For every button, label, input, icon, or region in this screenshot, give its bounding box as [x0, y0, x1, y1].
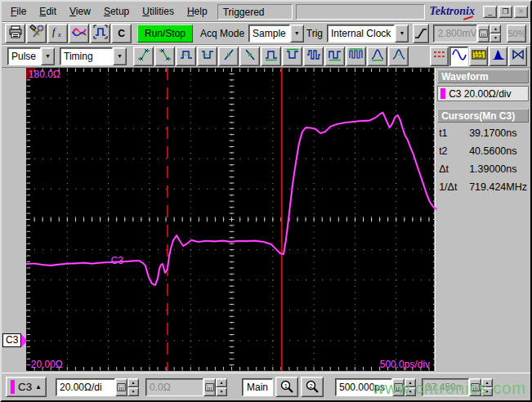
- horizontal-position-value[interactable]: 37.450n: [422, 378, 469, 396]
- channel-color-swatch: [440, 88, 445, 99]
- waveform-style-icon-button[interactable]: [69, 24, 89, 43]
- burst-width-icon-button[interactable]: [303, 47, 324, 66]
- timebase-value[interactable]: 500.000ps: [335, 378, 392, 396]
- menu-help[interactable]: Help: [181, 3, 214, 20]
- svg-text:1: 1: [284, 382, 288, 389]
- restore-button[interactable]: ❐: [498, 6, 512, 18]
- frequency-icon-button[interactable]: [346, 47, 366, 66]
- rise-time-icon-button[interactable]: [133, 47, 154, 66]
- vertical-offset-field[interactable]: 0.0Ω ▲▼: [145, 378, 227, 396]
- spin-down-icon[interactable]: ▼: [216, 387, 227, 396]
- mask-icon-button[interactable]: [508, 47, 527, 66]
- histogram-icon-button[interactable]: [489, 47, 507, 66]
- positive-width-icon-button[interactable]: [176, 47, 196, 66]
- svg-text:2: 2: [309, 382, 313, 389]
- chevron-down-icon[interactable]: ▼: [41, 47, 55, 65]
- top-scale-label: 180.0Ω: [29, 69, 60, 80]
- window-controls: _❐✕: [483, 6, 528, 18]
- vertical-offset-value[interactable]: 0.0Ω: [145, 378, 203, 396]
- reading-value: 1.39000ns: [469, 163, 516, 181]
- graticule: 180.0Ω -20.00Ω 500.0ps/div C3: [26, 68, 434, 371]
- spin-up-icon[interactable]: ▲: [490, 25, 501, 34]
- falling-edge-icon-button[interactable]: [239, 47, 260, 66]
- status-box-empty: [296, 4, 425, 20]
- pulse-setup-icon-button[interactable]: [90, 24, 110, 43]
- trigger-slope-button[interactable]: [413, 24, 429, 43]
- negative-width-icon-button[interactable]: [197, 47, 217, 66]
- set-50-percent-button[interactable]: 50%: [507, 25, 526, 42]
- channel-color-stripe: [11, 380, 15, 394]
- negative-pulse-icon-button[interactable]: [282, 47, 302, 66]
- spin-down-icon[interactable]: ▼: [405, 387, 416, 396]
- acq-mode-select[interactable]: Sample ▼: [248, 25, 304, 42]
- measure-category-select[interactable]: Pulse ▼: [7, 47, 55, 65]
- spinner[interactable]: ▲▼: [481, 378, 493, 396]
- timebase-label: 500.0ps/div: [380, 359, 430, 370]
- keypad-icon[interactable]: [469, 378, 481, 396]
- negative-width-icon: [200, 47, 215, 65]
- waveform-trace: [26, 113, 437, 285]
- reading-value: 719.424MHz: [469, 181, 527, 199]
- zoom-2-button[interactable]: 2: [301, 377, 324, 397]
- c-button[interactable]: C: [111, 24, 132, 43]
- channel-list-item[interactable]: C3 20.00Ω/div: [437, 86, 529, 101]
- horizontal-position-field[interactable]: 37.450n ▲▼: [422, 378, 493, 396]
- main-timebase-button[interactable]: Main: [242, 378, 273, 396]
- svg-text:f: f: [52, 26, 56, 38]
- tools-icon: [29, 25, 44, 42]
- channel-reference-marker[interactable]: C3: [2, 333, 28, 347]
- negative-area-icon-button[interactable]: [388, 47, 409, 66]
- zoom-1-button[interactable]: 1: [275, 377, 298, 397]
- spin-down-icon[interactable]: ▼: [481, 387, 493, 396]
- spinner[interactable]: ▲▼: [490, 25, 501, 42]
- trig-source-select[interactable]: Internal Clock ▼: [327, 25, 409, 42]
- formula-icon-button[interactable]: fx: [47, 24, 68, 43]
- menu-file[interactable]: File: [5, 3, 33, 20]
- waveform-view-icon: [452, 47, 467, 65]
- close-button[interactable]: ✕: [514, 6, 528, 18]
- vertical-scale-field[interactable]: 20.00Ω/di ▲▼: [56, 378, 139, 396]
- measure-icon-button[interactable]: 123: [469, 47, 488, 66]
- minimize-button[interactable]: _: [483, 6, 497, 18]
- spin-down-icon[interactable]: ▼: [490, 34, 501, 42]
- menu-view[interactable]: View: [64, 3, 97, 20]
- print-icon-button[interactable]: [5, 24, 25, 43]
- chevron-down-icon[interactable]: ▼: [290, 25, 304, 42]
- waveform-view-icon-button[interactable]: [449, 47, 468, 66]
- spin-up-icon[interactable]: ▲: [405, 378, 416, 387]
- menu-edit[interactable]: Edit: [34, 3, 63, 20]
- spin-down-icon[interactable]: ▼: [127, 387, 139, 396]
- spin-up-icon[interactable]: ▲: [127, 378, 139, 387]
- period-icon-button[interactable]: [324, 47, 345, 66]
- fall-time-icon: [158, 47, 172, 65]
- vertical-reference-strip: C3: [2, 68, 26, 371]
- channel-select-button[interactable]: C3 ▲: [6, 377, 47, 397]
- keypad-icon[interactable]: [203, 378, 216, 396]
- spinner[interactable]: ▲▼: [216, 378, 227, 396]
- positive-area-icon-button[interactable]: [367, 47, 387, 66]
- trig-source-value: Internal Clock: [327, 25, 395, 42]
- spinner[interactable]: ▲▼: [405, 378, 416, 396]
- menu-utilities[interactable]: Utilities: [136, 3, 181, 20]
- spin-up-icon[interactable]: ▲: [216, 378, 227, 387]
- tools-icon-button[interactable]: [26, 24, 47, 43]
- fall-time-icon-button[interactable]: [154, 47, 175, 66]
- menu-setup[interactable]: Setup: [98, 3, 136, 20]
- trigger-level-field[interactable]: 2.800mV ▲▼: [433, 25, 501, 42]
- run-stop-button[interactable]: Run/Stop: [137, 25, 193, 42]
- chevron-down-icon[interactable]: ▼: [113, 47, 127, 65]
- keypad-icon[interactable]: [392, 378, 405, 396]
- keypad-icon[interactable]: [477, 25, 490, 42]
- rising-edge-icon-button[interactable]: [218, 47, 239, 66]
- chevron-down-icon[interactable]: ▼: [395, 25, 409, 42]
- timebase-field[interactable]: 500.000ps ▲▼: [335, 378, 416, 396]
- vertical-scale-value[interactable]: 20.00Ω/di: [56, 378, 115, 396]
- keypad-icon[interactable]: [115, 378, 127, 396]
- waveform-panel-header: Waveform: [437, 69, 529, 83]
- spinner[interactable]: ▲▼: [127, 378, 139, 396]
- positive-pulse-icon-button[interactable]: [261, 47, 281, 66]
- spin-up-icon[interactable]: ▲: [481, 378, 493, 387]
- trigger-level-value[interactable]: 2.800mV: [433, 25, 477, 42]
- measure-type-select[interactable]: Timing ▼: [60, 47, 127, 65]
- cursors-icon-button[interactable]: [430, 47, 449, 66]
